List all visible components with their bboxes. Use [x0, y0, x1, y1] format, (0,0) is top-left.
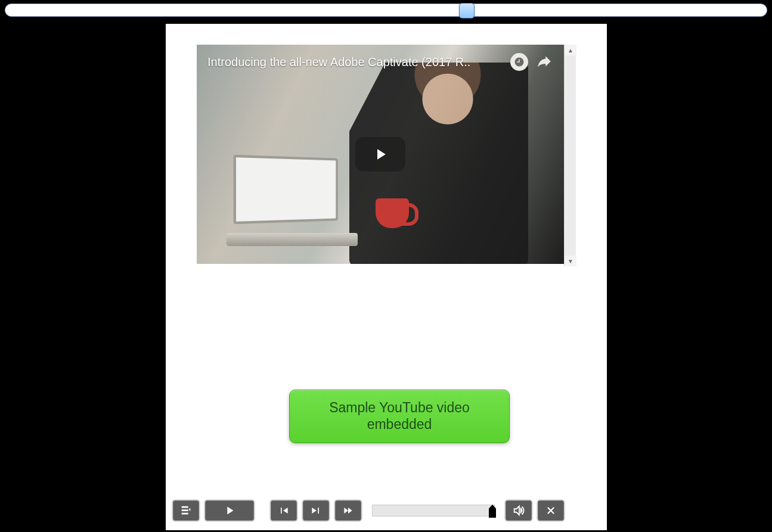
youtube-title-bar: Introducing the all-new Adobe Captivate …	[197, 45, 564, 79]
scroll-up-icon[interactable]: ▲	[565, 45, 576, 55]
progress-thumb[interactable]	[489, 505, 496, 518]
audio-button[interactable]	[504, 499, 533, 522]
watch-later-icon[interactable]	[510, 53, 528, 71]
slide-canvas: Introducing the all-new Adobe Captivate …	[166, 24, 607, 530]
window-top-slider-track[interactable]	[5, 4, 767, 17]
embedded-video-container: Introducing the all-new Adobe Captivate …	[197, 45, 576, 266]
toc-button[interactable]	[172, 499, 200, 522]
youtube-play-button[interactable]	[355, 137, 405, 172]
next-button[interactable]	[302, 499, 330, 522]
scroll-down-icon[interactable]: ▼	[565, 256, 576, 266]
play-button[interactable]	[204, 499, 255, 522]
youtube-video-title: Introducing the all-new Adobe Captivate …	[207, 55, 503, 69]
playbar	[172, 496, 601, 525]
window-top-slider-thumb[interactable]	[459, 3, 475, 18]
previous-button[interactable]	[269, 499, 298, 522]
fast-forward-button[interactable]	[334, 499, 362, 522]
close-button[interactable]	[537, 499, 565, 522]
youtube-player[interactable]: Introducing the all-new Adobe Captivate …	[197, 45, 564, 264]
video-thumbnail-art	[376, 198, 409, 228]
embed-scrollbar[interactable]: ▲ ▼	[564, 45, 576, 266]
video-thumbnail-art	[227, 157, 358, 246]
caption-callout-text: Sample YouTube video embedded	[302, 400, 497, 433]
share-icon[interactable]	[535, 53, 553, 71]
progress-bar[interactable]	[372, 505, 495, 517]
caption-callout: Sample YouTube video embedded	[289, 390, 510, 443]
